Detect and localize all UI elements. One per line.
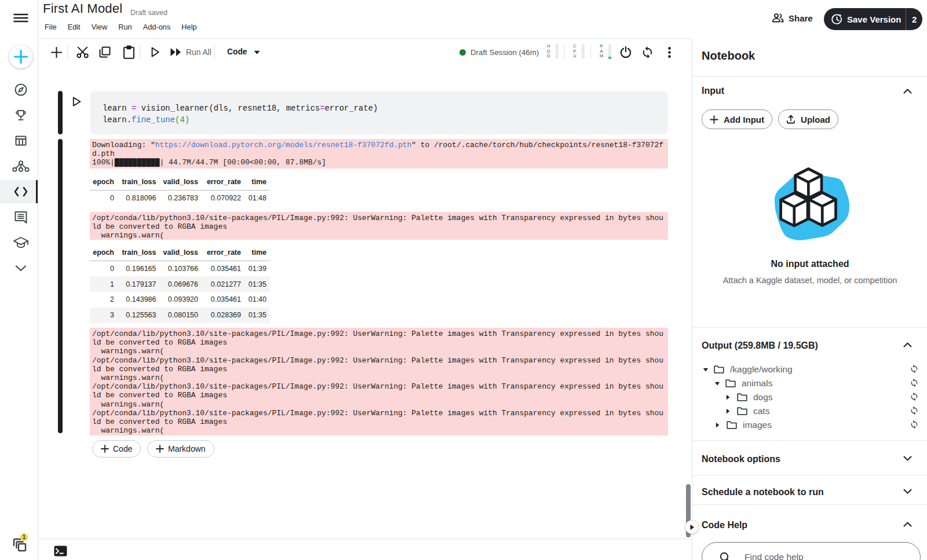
svg-text:1: 1 [23,534,26,540]
